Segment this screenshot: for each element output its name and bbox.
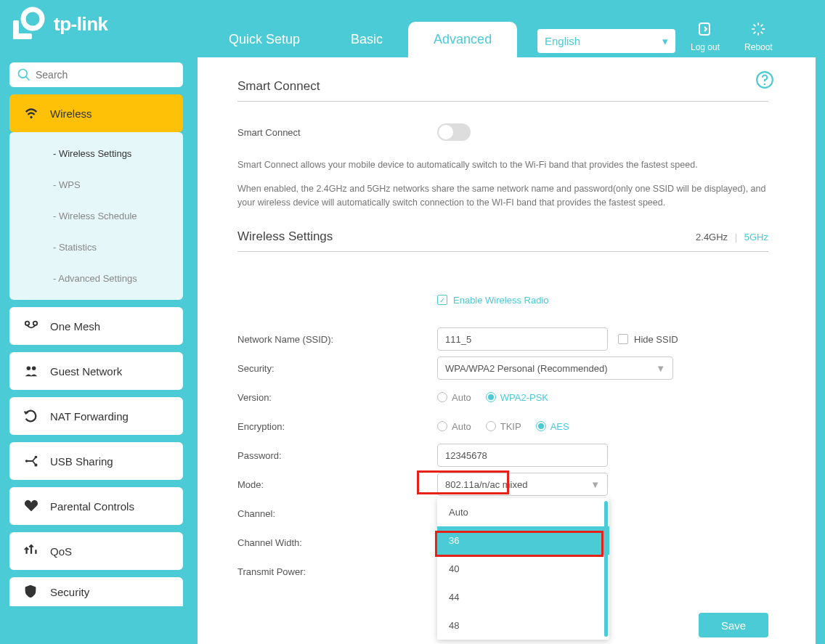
caret-down-icon: ▼ (656, 363, 665, 374)
svg-point-0 (23, 9, 42, 28)
svg-point-14 (30, 116, 32, 118)
svg-rect-3 (699, 23, 710, 35)
language-select[interactable]: English ▾ (537, 29, 675, 53)
tab-quick-setup[interactable]: Quick Setup (203, 22, 325, 57)
sidebar-item-security[interactable]: Security (9, 577, 183, 606)
tab-basic[interactable]: Basic (325, 22, 408, 57)
subitem-statistics[interactable]: - Statistics (9, 232, 183, 263)
svg-rect-2 (13, 33, 32, 39)
brand-text: tp-link (54, 13, 108, 36)
tplink-logo-icon (10, 6, 46, 42)
wireless-submenu: - Wireless Settings - WPS - Wireless Sch… (9, 132, 183, 300)
smart-connect-label: Smart Connect (237, 127, 437, 138)
svg-point-23 (764, 83, 766, 86)
hide-ssid-checkbox[interactable]: Hide SSID (618, 334, 678, 345)
band-tab-5[interactable]: 5GHz (744, 232, 768, 242)
logout-button[interactable]: Log out (691, 20, 720, 52)
password-input[interactable] (437, 444, 608, 467)
qos-icon (23, 542, 40, 560)
section-smart-connect-title: Smart Connect (237, 79, 768, 102)
dropdown-scrollbar[interactable] (604, 501, 608, 637)
checkbox-checked-icon: ✓ (437, 295, 447, 305)
version-wpa2-radio[interactable]: WPA2-PSK (486, 392, 548, 403)
svg-line-11 (761, 25, 763, 27)
reboot-button[interactable]: Reboot (744, 20, 773, 52)
subitem-wireless-settings[interactable]: - Wireless Settings (9, 138, 183, 169)
security-select[interactable]: WPA/WPA2 Personal (Recommended) ▼ (437, 356, 673, 380)
channel-dropdown[interactable]: Auto 36 40 44 48 (437, 498, 609, 640)
mode-select[interactable]: 802.11a/n/ac mixed ▼ (437, 473, 608, 496)
sidebar-item-wireless[interactable]: Wireless (9, 94, 183, 132)
sidebar-item-guest[interactable]: Guest Network (9, 352, 183, 390)
tab-advanced[interactable]: Advanced (408, 22, 517, 57)
checkbox-empty-icon (618, 334, 628, 344)
wifi-icon (23, 105, 40, 122)
svg-point-16 (33, 322, 38, 326)
mesh-icon (23, 317, 40, 335)
section-wireless-title: Wireless Settings 2.4GHz | 5GHz (237, 229, 768, 252)
channel-option-48[interactable]: 48 (437, 611, 609, 640)
svg-point-12 (19, 70, 28, 78)
brand-logo: tp-link (10, 6, 108, 42)
channel-width-label: Channel Width: (237, 537, 437, 548)
save-button[interactable]: Save (699, 613, 768, 637)
password-label: Password: (237, 450, 437, 461)
svg-point-15 (25, 322, 30, 326)
language-value: English (545, 35, 580, 47)
tx-power-label: Transmit Power: (237, 566, 437, 577)
sidebar-item-qos[interactable]: QoS (9, 532, 183, 570)
logout-icon (691, 20, 720, 39)
enc-tkip-radio[interactable]: TKIP (486, 421, 521, 432)
svg-line-10 (754, 32, 756, 34)
guest-icon (23, 362, 40, 380)
band-tab-24[interactable]: 2.4GHz (696, 232, 728, 242)
sidebar-item-usb[interactable]: USB Sharing (9, 442, 183, 480)
smart-connect-help2: When enabled, the 2.4GHz and 5GHz networ… (237, 182, 768, 210)
security-label: Security: (237, 363, 437, 374)
smart-connect-toggle[interactable] (437, 123, 471, 141)
svg-line-9 (761, 32, 763, 34)
subitem-wps[interactable]: - WPS (9, 169, 183, 200)
ssid-input[interactable] (437, 327, 608, 351)
subitem-advanced-settings[interactable]: - Advanced Settings (9, 263, 183, 294)
search-box[interactable] (9, 62, 183, 87)
enc-auto-radio[interactable]: Auto (437, 421, 471, 432)
channel-option-44[interactable]: 44 (437, 583, 609, 611)
help-icon[interactable] (755, 70, 774, 89)
search-icon (17, 68, 31, 82)
main-panel: Smart Connect Smart Connect Smart Connec… (198, 57, 816, 644)
heart-icon (23, 497, 40, 515)
svg-line-8 (754, 25, 756, 27)
channel-label: Channel: (237, 508, 437, 519)
sidebar-item-parental[interactable]: Parental Controls (9, 487, 183, 525)
ssid-label: Network Name (SSID): (237, 334, 437, 345)
search-input[interactable] (36, 69, 176, 81)
sidebar: Wireless - Wireless Settings - WPS - Wir… (9, 94, 183, 606)
subitem-wireless-schedule[interactable]: - Wireless Schedule (9, 200, 183, 232)
version-auto-radio[interactable]: Auto (437, 392, 471, 403)
shield-icon (23, 583, 40, 601)
mode-label: Mode: (237, 479, 437, 490)
version-label: Version: (237, 392, 437, 403)
smart-connect-help1: Smart Connect allows your mobile device … (237, 158, 768, 172)
enable-wireless-checkbox[interactable]: ✓ Enable Wireless Radio (437, 295, 549, 306)
svg-point-17 (27, 367, 31, 371)
sidebar-item-onemesh[interactable]: One Mesh (9, 307, 183, 345)
channel-option-40[interactable]: 40 (437, 555, 609, 583)
enc-aes-radio[interactable]: AES (536, 421, 569, 432)
usb-icon (23, 452, 40, 470)
svg-line-13 (26, 77, 30, 81)
chevron-down-icon: ▾ (662, 35, 668, 48)
nat-icon (23, 407, 40, 425)
channel-option-36[interactable]: 36 (437, 526, 609, 555)
svg-point-18 (32, 367, 36, 371)
reboot-icon (744, 20, 773, 39)
channel-option-auto[interactable]: Auto (437, 498, 609, 526)
caret-down-icon: ▼ (590, 479, 600, 490)
encryption-label: Encryption: (237, 421, 437, 432)
sidebar-item-nat[interactable]: NAT Forwarding (9, 397, 183, 435)
